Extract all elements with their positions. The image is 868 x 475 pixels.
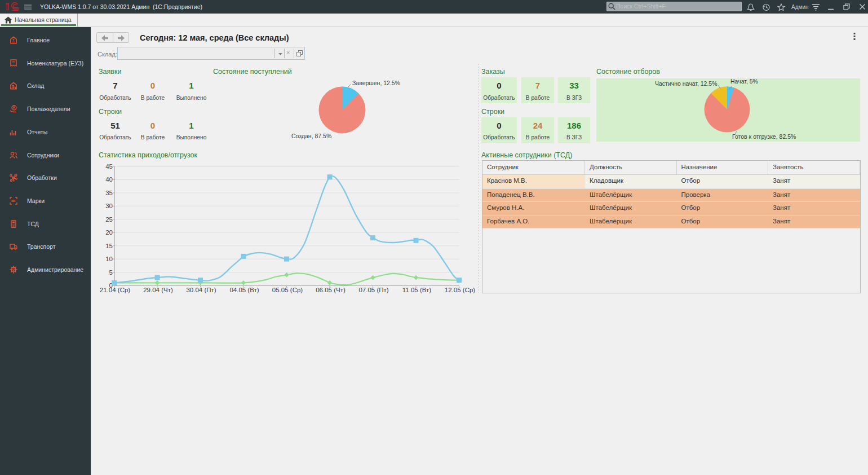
svg-text:25: 25 [105, 216, 113, 223]
svg-text:21.04 (Ср): 21.04 (Ср) [100, 287, 131, 293]
svg-text:29.04 (Чт): 29.04 (Чт) [143, 287, 173, 293]
svg-text:45: 45 [105, 163, 113, 170]
svg-text:20: 20 [105, 229, 113, 236]
svg-text:07.05 (Пт): 07.05 (Пт) [358, 287, 388, 293]
svg-text:11.05 (Вт): 11.05 (Вт) [402, 287, 432, 293]
svg-text:5: 5 [109, 269, 113, 276]
svg-text:40: 40 [105, 176, 113, 183]
svg-text:06.05 (Чт): 06.05 (Чт) [316, 287, 346, 293]
svg-text:35: 35 [105, 190, 113, 196]
svg-text:10: 10 [105, 256, 113, 262]
svg-text:12.05 (Ср): 12.05 (Ср) [445, 287, 476, 293]
svg-text:15: 15 [105, 243, 113, 249]
svg-text:04.05 (Вт): 04.05 (Вт) [229, 287, 259, 293]
svg-text:30: 30 [105, 203, 113, 209]
svg-text:05.05 (Ср): 05.05 (Ср) [272, 287, 303, 293]
svg-text:30.04 (Пт): 30.04 (Пт) [186, 287, 216, 293]
